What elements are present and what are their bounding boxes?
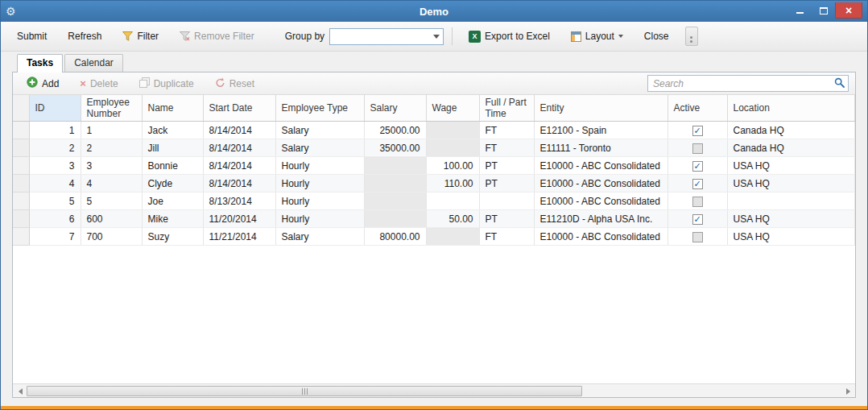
cell-salary[interactable]: 35000.00 bbox=[364, 139, 426, 157]
scrollbar-thumb[interactable] bbox=[27, 386, 582, 396]
row-selector[interactable] bbox=[13, 139, 29, 157]
cell-start_date[interactable]: 8/14/2014 bbox=[203, 139, 275, 157]
cell-name[interactable]: Mike bbox=[142, 210, 203, 228]
cell-active[interactable] bbox=[668, 193, 727, 210]
checkbox-checked[interactable]: ✓ bbox=[692, 179, 703, 189]
cell-wage[interactable]: 100.00 bbox=[426, 157, 479, 175]
column-header-employee_number[interactable]: Employee Number bbox=[81, 95, 142, 122]
cell-full_part[interactable]: PT bbox=[479, 175, 534, 193]
cell-name[interactable]: Suzy bbox=[142, 228, 203, 246]
cell-name[interactable]: Bonnie bbox=[142, 157, 203, 175]
cell-entity[interactable]: E11210D - Alpha USA Inc. bbox=[534, 210, 668, 228]
cell-employee_type[interactable]: Salary bbox=[275, 122, 364, 139]
search-input[interactable] bbox=[653, 77, 834, 90]
cell-employee_type[interactable]: Salary bbox=[275, 139, 364, 157]
cell-wage[interactable] bbox=[426, 228, 479, 246]
cell-employee_number[interactable]: 4 bbox=[81, 175, 142, 193]
cell-salary[interactable] bbox=[364, 193, 426, 210]
cell-employee_type[interactable]: Hourly bbox=[275, 175, 364, 193]
cell-full_part[interactable]: FT bbox=[479, 228, 534, 246]
row-selector[interactable] bbox=[13, 210, 29, 228]
cell-wage[interactable] bbox=[426, 122, 479, 139]
row-selector[interactable] bbox=[13, 193, 29, 210]
cell-employee_number[interactable]: 5 bbox=[81, 193, 142, 210]
column-header-active[interactable]: Active bbox=[668, 95, 727, 122]
cell-id[interactable]: 7 bbox=[29, 228, 81, 246]
row-selector[interactable] bbox=[13, 122, 29, 139]
checkbox-unchecked[interactable] bbox=[692, 197, 703, 207]
cell-active[interactable] bbox=[668, 228, 727, 246]
column-header-entity[interactable]: Entity bbox=[534, 95, 668, 122]
cell-full_part[interactable]: PT bbox=[479, 210, 534, 228]
cell-employee_number[interactable]: 600 bbox=[81, 210, 142, 228]
close-toolbar-button[interactable]: Close bbox=[636, 27, 677, 46]
cell-start_date[interactable]: 8/14/2014 bbox=[203, 175, 275, 193]
column-header-wage[interactable]: Wage bbox=[426, 95, 479, 122]
column-header-full_part[interactable]: Full / Part Time bbox=[479, 95, 534, 122]
cell-salary[interactable] bbox=[364, 210, 426, 228]
cell-employee_type[interactable]: Salary bbox=[275, 228, 364, 246]
cell-salary[interactable]: 80000.00 bbox=[364, 228, 426, 246]
column-header-employee_type[interactable]: Employee Type bbox=[275, 95, 364, 122]
column-header-name[interactable]: Name bbox=[142, 95, 203, 122]
toolbar-overflow-button[interactable] bbox=[685, 27, 698, 46]
reset-button[interactable]: Reset bbox=[208, 75, 262, 92]
cell-employee_number[interactable]: 2 bbox=[81, 139, 142, 157]
group-by-combobox[interactable] bbox=[329, 28, 444, 45]
cell-id[interactable]: 6 bbox=[29, 210, 81, 228]
scroll-right-button[interactable] bbox=[841, 385, 855, 397]
scroll-left-button[interactable] bbox=[13, 385, 27, 397]
cell-entity[interactable]: E10000 - ABC Consolidated bbox=[534, 228, 668, 246]
column-header-location[interactable]: Location bbox=[727, 95, 855, 122]
cell-wage[interactable] bbox=[426, 193, 479, 210]
column-header-salary[interactable]: Salary bbox=[364, 95, 426, 122]
cell-name[interactable]: Jill bbox=[142, 139, 203, 157]
delete-button[interactable]: × Delete bbox=[72, 76, 125, 92]
cell-active[interactable]: ✓ bbox=[668, 175, 727, 193]
tab-tasks[interactable]: Tasks bbox=[17, 54, 63, 72]
layout-button[interactable]: Layout bbox=[563, 27, 631, 46]
tab-calendar[interactable]: Calendar bbox=[64, 54, 123, 72]
checkbox-checked[interactable]: ✓ bbox=[692, 214, 703, 225]
cell-entity[interactable]: E12100 - Spain bbox=[534, 122, 668, 139]
titlebar[interactable]: ⚙ Demo × bbox=[1, 1, 867, 22]
row-selector-header[interactable] bbox=[13, 95, 29, 122]
checkbox-checked[interactable]: ✓ bbox=[692, 126, 703, 136]
cell-name[interactable]: Jack bbox=[142, 122, 203, 139]
cell-start_date[interactable]: 11/20/2014 bbox=[203, 210, 275, 228]
cell-full_part[interactable]: FT bbox=[479, 139, 534, 157]
cell-id[interactable]: 3 bbox=[29, 157, 81, 175]
cell-entity[interactable]: E10000 - ABC Consolidated bbox=[534, 157, 668, 175]
cell-name[interactable]: Joe bbox=[142, 193, 203, 210]
cell-employee_number[interactable]: 1 bbox=[81, 122, 142, 139]
cell-salary[interactable] bbox=[364, 157, 426, 175]
row-selector[interactable] bbox=[13, 228, 29, 246]
duplicate-button[interactable]: Duplicate bbox=[132, 75, 201, 93]
cell-employee_type[interactable]: Hourly bbox=[275, 210, 364, 228]
add-button[interactable]: Add bbox=[19, 74, 66, 93]
row-selector[interactable] bbox=[13, 175, 29, 193]
cell-start_date[interactable]: 8/13/2014 bbox=[203, 193, 275, 210]
horizontal-scrollbar[interactable] bbox=[13, 383, 855, 397]
submit-button[interactable]: Submit bbox=[9, 27, 55, 46]
cell-active[interactable] bbox=[668, 139, 727, 157]
cell-location[interactable]: USA HQ bbox=[727, 210, 855, 228]
cell-active[interactable]: ✓ bbox=[668, 157, 727, 175]
column-header-start_date[interactable]: Start Date bbox=[203, 95, 275, 122]
filter-button[interactable]: Filter bbox=[114, 27, 167, 46]
cell-employee_number[interactable]: 3 bbox=[81, 157, 142, 175]
cell-location[interactable]: USA HQ bbox=[727, 175, 855, 193]
cell-location[interactable]: USA HQ bbox=[727, 228, 855, 246]
minimize-button[interactable] bbox=[788, 2, 812, 19]
cell-entity[interactable]: E10000 - ABC Consolidated bbox=[534, 193, 668, 210]
cell-entity[interactable]: E11111 - Toronto bbox=[534, 139, 668, 157]
column-header-id[interactable]: ID bbox=[29, 95, 81, 122]
cell-wage[interactable]: 50.00 bbox=[426, 210, 479, 228]
cell-employee_number[interactable]: 700 bbox=[81, 228, 142, 246]
cell-salary[interactable]: 25000.00 bbox=[364, 122, 426, 139]
cell-full_part[interactable]: PT bbox=[479, 157, 534, 175]
cell-name[interactable]: Clyde bbox=[142, 175, 203, 193]
export-to-excel-button[interactable]: X Export to Excel bbox=[461, 27, 558, 47]
chevron-down-icon[interactable] bbox=[430, 31, 443, 42]
cell-salary[interactable] bbox=[364, 175, 426, 193]
